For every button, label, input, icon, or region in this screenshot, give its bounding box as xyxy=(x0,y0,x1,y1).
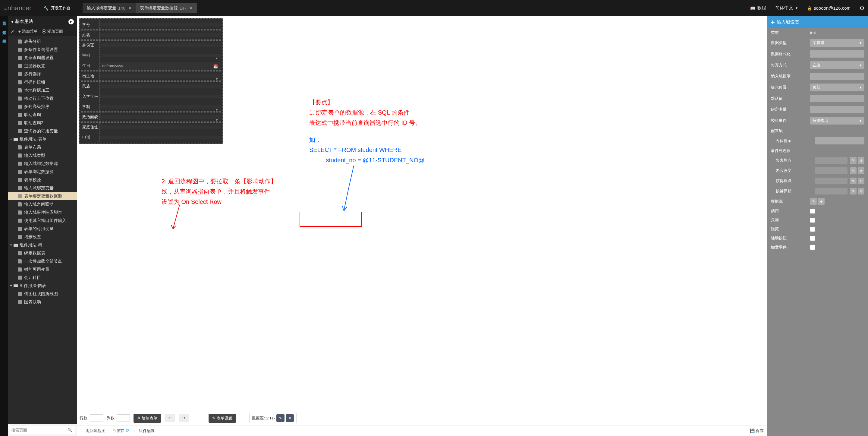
form-input-2[interactable] xyxy=(100,43,221,47)
evt-edit-3[interactable]: ✎ xyxy=(850,188,857,195)
sidebar-item-31[interactable]: 饼图柱状图折线图 xyxy=(8,290,77,298)
sidebar-item-14[interactable]: 输入域类型 xyxy=(8,151,77,159)
sidebar-item-17[interactable]: 表单校验 xyxy=(8,176,77,184)
form-input-6[interactable] xyxy=(100,84,221,88)
gear-icon[interactable] xyxy=(860,5,864,11)
check-2[interactable] xyxy=(810,227,815,232)
sidebar-item-9[interactable]: 联动查询 xyxy=(8,111,77,119)
rows-input[interactable] xyxy=(90,414,103,422)
rp-input-4[interactable] xyxy=(810,73,864,80)
sidebar-item-0[interactable]: 表头分组 xyxy=(8,37,77,46)
lang-select[interactable]: 简体中文 ▼ xyxy=(775,5,798,11)
sidebar: ◀基本用法 ⤢ 添加菜单 添加页面 表头分组多条件查询器设置复杂查询器设置过滤器… xyxy=(8,16,77,436)
sidebar-item-30[interactable]: ▾组件用法-图表 xyxy=(8,282,77,290)
add-page[interactable]: 添加页面 xyxy=(42,29,63,34)
rp-select-3[interactable]: 左边▼ xyxy=(810,61,864,69)
sidebar-item-7[interactable]: 移动行上下位置 xyxy=(8,94,77,103)
back-link[interactable]: ← 返回流程图 xyxy=(81,428,105,434)
ds-edit[interactable]: ✎ xyxy=(810,198,817,205)
sidebar-item-18[interactable]: 输入域绑定变量 xyxy=(8,184,77,192)
sidebar-item-16[interactable]: 表单绑定数据源 xyxy=(8,168,77,176)
form-input-7[interactable] xyxy=(100,95,221,98)
evt-del-2[interactable]: ⊘ xyxy=(858,178,864,184)
form-input-10[interactable] xyxy=(100,125,221,129)
form-input-4[interactable]: dd/mm/yyyy📅 xyxy=(100,62,221,70)
check-3[interactable] xyxy=(810,236,815,241)
evt-edit-2[interactable]: ✎ xyxy=(850,178,857,184)
close-icon[interactable]: ✕ xyxy=(128,6,131,10)
crumb-grid[interactable]: ⊞ 窗口 I2 xyxy=(113,428,129,434)
rp-input-6[interactable] xyxy=(810,95,864,102)
sidebar-item-2[interactable]: 复杂查询器设置 xyxy=(8,54,77,62)
file-icon xyxy=(18,235,22,239)
tutorial-link[interactable]: 教程 xyxy=(750,5,766,11)
sidebar-item-29[interactable]: 会计科目 xyxy=(8,273,77,282)
workspace-link[interactable]: 开发工作台 xyxy=(43,5,70,11)
sidebar-item-26[interactable]: 绑定数据表 xyxy=(8,249,77,257)
form-input-3[interactable]: ▾ xyxy=(100,54,221,57)
sidebar-item-19[interactable]: 表单绑定变量数据源 xyxy=(8,192,77,200)
ds-del[interactable]: ⊘ xyxy=(818,198,825,205)
form-input-5[interactable]: ▾ xyxy=(100,74,221,78)
close-icon[interactable]: ✕ xyxy=(190,6,193,10)
rp-select-8[interactable]: 获得焦点▼ xyxy=(810,117,864,124)
search-input[interactable] xyxy=(10,426,65,434)
sidebar-item-13[interactable]: 表单布局 xyxy=(8,143,77,151)
form-label: 身份证 xyxy=(81,41,100,50)
form-input-11[interactable] xyxy=(100,136,221,139)
check-0[interactable] xyxy=(810,209,815,213)
sidebar-item-20[interactable]: 输入域之间联动 xyxy=(8,200,77,208)
form-input-8[interactable]: ▾ xyxy=(100,105,221,109)
sidebar-item-6[interactable]: 本地数据加工 xyxy=(8,86,77,94)
sidebar-item-21[interactable]: 输入域事件响应脚本 xyxy=(8,208,77,216)
sidebar-item-4[interactable]: 多行选择 xyxy=(8,70,77,78)
sidebar-item-5[interactable]: 行操作按钮 xyxy=(8,78,77,86)
sidebar-item-28[interactable]: 树的可用变量 xyxy=(8,265,77,273)
draw-form-button[interactable]: ✥绘制表单 xyxy=(133,414,161,423)
ds-remove-button[interactable]: ✕ xyxy=(286,414,294,422)
sidebar-item-10[interactable]: 联动查询2 xyxy=(8,119,77,127)
sidebar-item-32[interactable]: 图表联动 xyxy=(8,298,77,306)
evt-del-1[interactable]: ⊘ xyxy=(858,167,864,174)
redo-button[interactable]: ↷ xyxy=(179,414,189,422)
user-menu[interactable]: soooon@126.com xyxy=(807,5,850,10)
play-icon[interactable] xyxy=(68,19,74,24)
evt-edit-0[interactable]: ✎ xyxy=(850,157,857,164)
expand-tool[interactable]: ⤢ xyxy=(11,29,14,34)
rp-select-1[interactable]: 字符串▼ xyxy=(810,39,864,47)
add-menu[interactable]: 添加菜单 xyxy=(19,29,38,34)
tab-0[interactable]: 输入域绑定变量140✕ xyxy=(83,3,135,13)
form-label: 家庭住址 xyxy=(81,123,100,132)
ds-edit-button[interactable]: ✎ xyxy=(276,414,284,422)
tab-1[interactable]: 表单绑定变量数据源147✕ xyxy=(135,3,197,13)
form-preview[interactable]: 学号姓名身份证性别▾生日dd/mm/yyyy📅出生地▾民族入学年份学制▾政治面貌… xyxy=(79,18,223,144)
sidebar-item-11[interactable]: 查询器的可用变量 xyxy=(8,127,77,135)
sidebar-item-22[interactable]: 使用其它窗口组件输入 xyxy=(8,216,77,225)
sidebar-item-8[interactable]: 多列高级排序 xyxy=(8,103,77,111)
cols-input[interactable] xyxy=(117,414,130,422)
save-button[interactable]: 💾 保存 xyxy=(750,428,764,434)
sidebar-item-24[interactable]: 增删改查 xyxy=(8,233,77,241)
form-settings-button[interactable]: ✎表单设置 xyxy=(209,414,236,423)
undo-button[interactable]: ↶ xyxy=(164,414,175,422)
form-input-0[interactable] xyxy=(100,23,221,27)
evt-edit-1[interactable]: ✎ xyxy=(850,167,857,174)
sidebar-item-1[interactable]: 多条件查询器设置 xyxy=(8,46,77,54)
evt-del-3[interactable]: ⊘ xyxy=(858,188,864,195)
rp-input-2[interactable] xyxy=(810,50,864,58)
sidebar-item-25[interactable]: ▾组件用法-树 xyxy=(8,241,77,249)
placeholder-input[interactable] xyxy=(815,137,864,144)
form-input-1[interactable] xyxy=(100,33,221,37)
sidebar-item-27[interactable]: 一次性加载全部节点 xyxy=(8,257,77,265)
search-button[interactable]: 🔍 xyxy=(65,426,75,434)
sidebar-item-15[interactable]: 输入域绑定数据源 xyxy=(8,159,77,168)
rp-input-7[interactable] xyxy=(810,106,864,113)
evt-del-0[interactable]: ⊘ xyxy=(858,157,864,164)
check-1[interactable] xyxy=(810,218,815,223)
form-input-9[interactable]: ▾ xyxy=(100,115,221,119)
sidebar-item-12[interactable]: ▾组件用法-表单 xyxy=(8,135,77,143)
check-4[interactable] xyxy=(810,245,815,250)
sidebar-item-3[interactable]: 过滤器设置 xyxy=(8,62,77,70)
sidebar-item-23[interactable]: 表单的可用变量 xyxy=(8,225,77,233)
rp-select-5[interactable]: 顶部▼ xyxy=(810,84,864,91)
